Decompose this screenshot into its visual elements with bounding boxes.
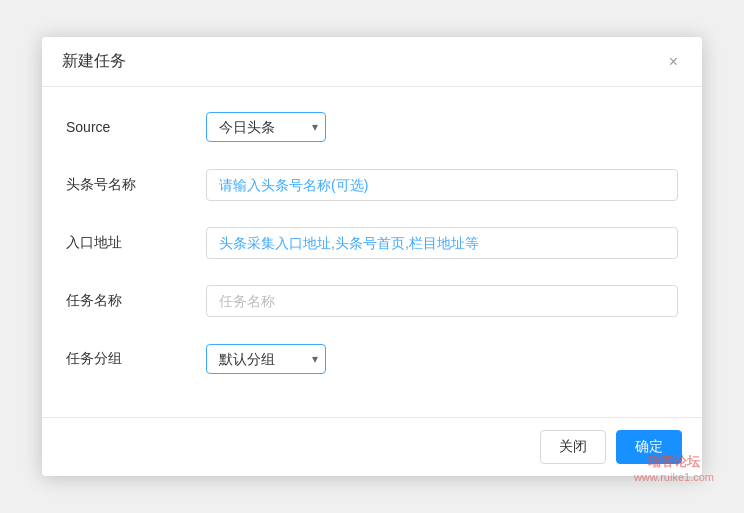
task-name-input[interactable] (206, 285, 678, 317)
task-group-control: 默认分组 自定义分组 (206, 344, 678, 374)
source-select-wrapper: 今日头条 微博 微信 (206, 112, 326, 142)
close-icon-button[interactable]: × (665, 52, 682, 72)
watermark: 瑞客论坛 www.ruike1.com (634, 453, 714, 483)
task-group-select-wrapper: 默认分组 自定义分组 (206, 344, 326, 374)
modal-title: 新建任务 (62, 51, 126, 72)
dialog: 新建任务 × Source 今日头条 微博 微信 (42, 37, 702, 476)
source-row: Source 今日头条 微博 微信 (66, 107, 678, 147)
task-name-row: 任务名称 (66, 281, 678, 321)
headline-name-label: 头条号名称 (66, 176, 206, 194)
entry-url-label: 入口地址 (66, 234, 206, 252)
modal-footer: 关闭 确定 (42, 417, 702, 476)
cancel-button[interactable]: 关闭 (540, 430, 606, 464)
source-control: 今日头条 微博 微信 (206, 112, 678, 142)
headline-name-row: 头条号名称 (66, 165, 678, 205)
source-select[interactable]: 今日头条 微博 微信 (206, 112, 326, 142)
entry-url-control (206, 227, 678, 259)
source-label: Source (66, 119, 206, 135)
modal-overlay: 新建任务 × Source 今日头条 微博 微信 (0, 0, 744, 513)
watermark-url: www.ruike1.com (634, 471, 714, 483)
watermark-name: 瑞客论坛 (634, 453, 714, 471)
task-name-label: 任务名称 (66, 292, 206, 310)
modal-body: Source 今日头条 微博 微信 头条号名称 (42, 87, 702, 417)
entry-url-input[interactable] (206, 227, 678, 259)
task-group-label: 任务分组 (66, 350, 206, 368)
headline-name-input[interactable] (206, 169, 678, 201)
headline-name-control (206, 169, 678, 201)
entry-url-row: 入口地址 (66, 223, 678, 263)
task-group-row: 任务分组 默认分组 自定义分组 (66, 339, 678, 379)
modal-header: 新建任务 × (42, 37, 702, 87)
task-name-control (206, 285, 678, 317)
task-group-select[interactable]: 默认分组 自定义分组 (206, 344, 326, 374)
